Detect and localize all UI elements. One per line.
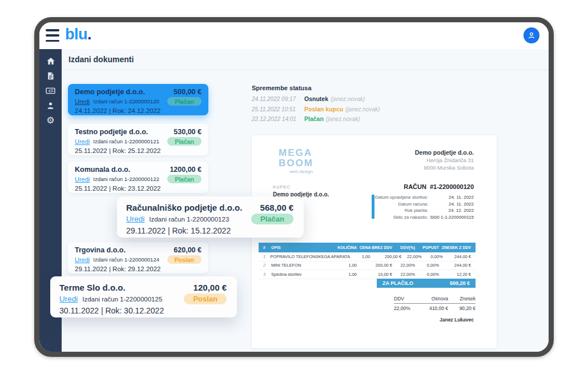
status-history-title: Spremembe statusa (252, 85, 423, 91)
edit-link[interactable]: Uredi (75, 98, 90, 105)
invoice-amount: 530,00 € (174, 128, 202, 136)
vat-row: 22,00% 410,00 € 90,20 € (394, 304, 476, 313)
customer-address: Demo podjetje d.o.o. Heroja Žnidariča 31… (415, 149, 474, 171)
doc-title: RAČUN (404, 183, 426, 190)
sidebar-item-documents[interactable] (39, 69, 62, 83)
sidebar-item-settings[interactable]: ⚙ (39, 113, 62, 128)
logo-line-2: BOOM (279, 158, 313, 168)
header-divider (62, 70, 549, 70)
total-label: ZA PLAČILO (382, 280, 413, 286)
meta-row: Datum računa:24. 11. 2022 (343, 202, 474, 207)
invoice-amount: 620,00 € (174, 246, 202, 254)
invoice-number: Izdani račun 1-2200000121 (93, 138, 159, 144)
meta-label: Sklic za nakazilo: (343, 215, 428, 220)
invoice-preview: MEGA BOOM web-design Demo podjetje d.o.o… (252, 135, 497, 348)
vat-header: DDV Osnova Znesek (394, 294, 476, 304)
vat-table: DDV Osnova Znesek 22,00% 410,00 € 90,20 … (394, 294, 476, 313)
home-icon (46, 57, 55, 66)
signature: Janez Lukavec (440, 317, 474, 323)
meta-label: Datum računa: (343, 202, 428, 207)
invoice-amount: 500,00 € (174, 88, 202, 96)
status-history: Spremembe statusa 24.11.2022 09:17 Osnut… (252, 85, 423, 126)
invoice-amount: 568,00 € (260, 203, 293, 212)
meta-value: 24. 11. 2022 (428, 195, 474, 200)
status-entry: 25.11.2022 10:51 Poslan kupcu (janez.nov… (252, 106, 423, 112)
user-icon (46, 101, 55, 110)
edit-link[interactable]: Uredi (75, 176, 90, 183)
invoice-doc-title: RAČUN#1-2200000120 (404, 183, 474, 190)
edit-link[interactable]: Uredi (126, 215, 144, 223)
invoice-card[interactable]: Testno podjetje d.o.o.530,00 € Uredi Izd… (68, 124, 208, 155)
invoice-dates: 29.11.2022 | Rok: 15.12.2022 (126, 226, 293, 235)
company-name: Demo podjetje d.o.o. (75, 88, 145, 96)
invoice-card[interactable]: Trgovina d.o.o.620,00 € Uredi Izdani rač… (68, 242, 208, 274)
status-badge: Poslan (184, 293, 227, 304)
customer-street: Heroja Žnidariča 31 (415, 157, 474, 163)
meta-value: SI00 1-1-2200000115 (428, 215, 474, 220)
main-content: Izdani dokumenti Demo podjetje d.o.o.500… (62, 49, 549, 352)
status-badge: Plačan (167, 137, 202, 146)
invoice-card[interactable]: Računalniško podjetje d.o.o.568,00 € Ure… (117, 196, 304, 238)
company-name: Testno podjetje d.o.o. (75, 128, 148, 136)
invoice-card[interactable]: Demo podjetje d.o.o.500,00 € Uredi Izdan… (68, 84, 208, 115)
company-name: Terme Slo d.o.o. (59, 283, 126, 292)
sidebar-item-payments[interactable]: € (39, 83, 62, 98)
sidebar-item-customers[interactable] (39, 98, 62, 113)
banknote-icon: € (46, 87, 55, 95)
invoice-number: Izdani račun 1-2200000120 (93, 98, 159, 104)
items-table-header: # OPIS KOLIČINA CENA BREZ DDV DDV(%) POP… (259, 243, 476, 252)
invoice-dates: 25.11.2022 | Rok: 23.12.2022 (75, 185, 202, 192)
meta-value: 24. 12. 2022 (428, 208, 474, 213)
invoice-number: Izdani račun 1-2200000124 (93, 256, 159, 263)
invoice-dates: 25.11.2022 | Rok: 25.12.2022 (75, 147, 202, 154)
table-row: 2 MINI TELEFON 1,00 200,00 € 22,00% 0,00… (259, 262, 476, 271)
company-name: Računalniško podjetje d.o.o. (126, 203, 242, 212)
invoice-amount: 1200,00 € (170, 166, 202, 174)
logo-text: blu (65, 26, 87, 43)
gear-icon: ⚙ (46, 116, 54, 125)
sidebar-item-home[interactable] (39, 54, 62, 69)
meta-value: 24. 11. 2022 (428, 202, 474, 207)
meta-row: Rok plačila:24. 12. 2022 (343, 208, 474, 213)
total-bar: ZA PLAČILO 500,20 € (377, 279, 476, 288)
app-window: blu. € (34, 17, 554, 357)
status-entry: 22.12.2022 14:01 Plačan (janez.novak) (252, 115, 423, 122)
invoice-number: Izdani račun 1-2200000125 (82, 296, 162, 303)
status-label: Plačan (304, 115, 324, 122)
status-badge: Plačan (251, 214, 293, 224)
status-entry: 24.11.2022 09:17 Osnutek (janez.novak) (252, 95, 423, 102)
invoice-card[interactable]: Komunala d.o.o.1200,00 € Uredi Izdani ra… (68, 162, 208, 193)
invoice-dates: 29.11.2022 | Rok: 29.12.2022 (75, 266, 202, 272)
user-avatar-button[interactable] (523, 27, 539, 43)
table-row: 3 Splošna storitev 1,00 10,00 € 22,00% 0… (259, 270, 476, 279)
megaboom-logo: MEGA BOOM web-design (279, 148, 313, 174)
svg-text:€: € (49, 89, 51, 94)
meta-row: Datum opravljene storitve:24. 11. 2022 (343, 195, 474, 200)
invoice-dates: 30.11.2022 | Rok: 30.12.2022 (59, 306, 227, 315)
invoice-number: Izdani račun 1-2200000122 (93, 176, 159, 182)
invoice-dates: 24.11.2022 | Rok: 24.12.2022 (75, 107, 202, 114)
app-logo: blu. (65, 26, 91, 43)
invoice-amount: 120,00 € (194, 283, 227, 292)
company-name: Trgovina d.o.o. (75, 246, 126, 254)
table-row: 1 POPRAVILO TELEFONSKEGA APARATA 1,00 20… (259, 252, 476, 262)
topbar: blu. (39, 22, 549, 49)
status-time: 22.12.2022 14:01 (252, 116, 304, 122)
status-label: Poslan kupcu (304, 106, 343, 112)
invoice-meta: Datum opravljene storitve:24. 11. 2022 D… (343, 195, 474, 221)
customer-name: Demo podjetje d.o.o. (415, 149, 474, 156)
status-user: (janez.novak) (331, 96, 365, 102)
logo-line-1: MEGA (279, 148, 313, 158)
edit-link[interactable]: Uredi (75, 256, 90, 263)
edit-link[interactable]: Uredi (59, 295, 78, 303)
customer-city: 9000 Murska Sobota (415, 164, 474, 171)
edit-link[interactable]: Uredi (75, 138, 90, 145)
doc-number: #1-2200000120 (430, 183, 474, 190)
invoice-card[interactable]: Terme Slo d.o.o.120,00 € Uredi Izdani ra… (50, 276, 237, 317)
kupec-label: KUPEC (273, 184, 291, 190)
menu-icon[interactable] (46, 29, 59, 42)
company-name: Komunala d.o.o. (75, 166, 130, 174)
status-badge: Poslan (167, 255, 202, 264)
user-icon (527, 31, 536, 40)
logo-subtitle: web-design (279, 169, 313, 174)
